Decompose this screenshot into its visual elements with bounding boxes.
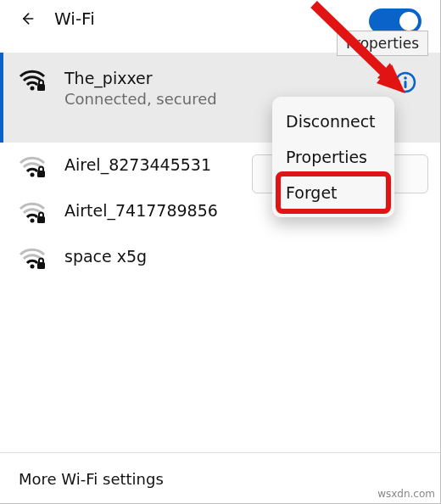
network-name: space x5g [64, 246, 147, 267]
toggle-knob [399, 12, 418, 31]
network-item[interactable]: space x5g [0, 234, 440, 280]
wifi-secure-icon [19, 156, 46, 178]
svg-rect-11 [37, 262, 45, 269]
svg-point-1 [31, 87, 35, 91]
wifi-secure-icon [19, 70, 46, 92]
menu-forget[interactable]: Forget [279, 175, 388, 210]
info-button[interactable] [394, 71, 416, 93]
network-name: The_pixxer [64, 68, 217, 89]
svg-rect-7 [37, 171, 45, 177]
header: Wi-Fi [0, 0, 440, 34]
back-button[interactable] [17, 8, 37, 29]
page-title: Wi-Fi [54, 8, 95, 29]
properties-tooltip: Properties [337, 31, 428, 56]
svg-point-8 [31, 219, 35, 223]
svg-point-4 [404, 76, 407, 80]
network-status: Connected, secured [64, 89, 217, 109]
watermark: wsxdn.com [377, 488, 435, 500]
svg-rect-5 [405, 81, 407, 88]
wifi-context-menu: Disconnect Properties Forget [272, 97, 394, 217]
svg-rect-2 [37, 84, 45, 91]
svg-point-6 [31, 173, 35, 177]
arrow-left-icon [19, 10, 36, 27]
network-text: The_pixxer Connected, secured [64, 68, 217, 109]
network-name: Airtel_7417789856 [64, 200, 218, 221]
wifi-secure-icon [19, 248, 46, 270]
menu-disconnect[interactable]: Disconnect [279, 104, 388, 139]
svg-point-10 [31, 265, 35, 269]
wifi-secure-icon [19, 202, 46, 224]
menu-properties[interactable]: Properties [279, 139, 388, 175]
more-wifi-settings[interactable]: More Wi-Fi settings [0, 452, 440, 503]
svg-rect-9 [37, 216, 45, 223]
info-icon [394, 71, 416, 93]
network-name: Airel_8273445531 [64, 154, 211, 176]
